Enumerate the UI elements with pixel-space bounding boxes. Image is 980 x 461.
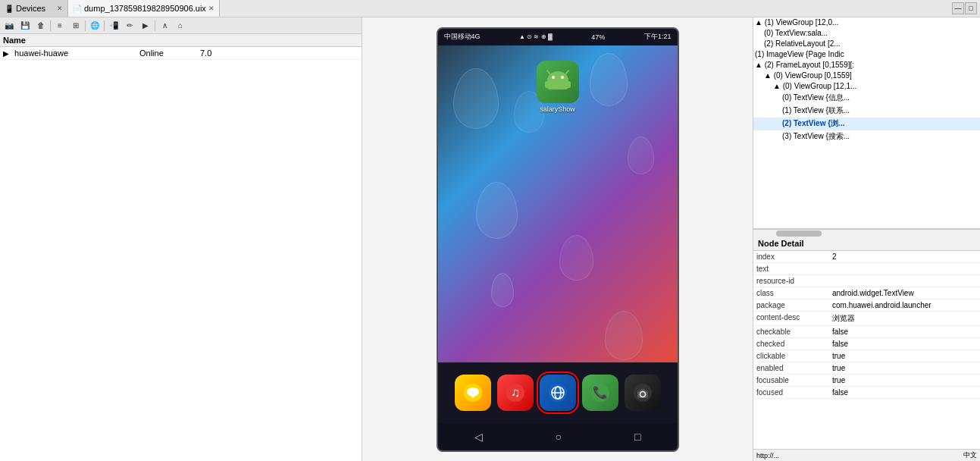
nav-home-button[interactable]: ○ — [556, 431, 562, 443]
tree-item-label: (2) TextView {浏... — [782, 118, 978, 129]
device-row[interactable]: ▶ huawei-huawe Online 7.0 — [0, 47, 362, 60]
dock-messages-icon[interactable] — [455, 375, 491, 411]
devices-toolbar: 📷 💾 🗑 ≡ ⊞ 🌐 📲 ✏ ▶ ∧ ⌂ — [0, 17, 362, 34]
node-detail-key: enabled — [753, 362, 829, 374]
toolbar-btn-9[interactable]: ▶ — [138, 19, 153, 33]
devices-tab[interactable]: 📱 Devices ✕ — [0, 0, 68, 17]
nav-back-button[interactable]: ◁ — [474, 431, 483, 443]
toolbar-btn-2[interactable]: 💾 — [17, 19, 33, 33]
tree-item-label: ▲ (2) FrameLayout [0,1559][: — [755, 61, 978, 69]
dock-music-icon[interactable]: ♫ — [497, 375, 534, 411]
node-detail-title: Node Detail — [753, 237, 980, 251]
node-detail-rows: index 2 text resource-id class android.w… — [753, 251, 980, 399]
toolbar-btn-1[interactable]: 📷 — [2, 19, 17, 33]
tree-item[interactable]: (2) RelativeLayout [2... — [753, 39, 980, 49]
tree-item[interactable]: ▲ (0) ViewGroup [0,1559] — [753, 71, 980, 81]
toolbar-btn-4[interactable]: ≡ — [52, 19, 67, 33]
node-detail-key: index — [753, 251, 829, 262]
center-panel: 中国移动4G ▲ ⊙ ≋ ⊕ ▓ 47% 下午1:21 — [362, 17, 753, 461]
tree-container: ▲ (1) ViewGroup [12,0... (0) TextView:sa… — [753, 17, 980, 143]
toolbar-btn-3[interactable]: 🗑 — [33, 19, 49, 33]
tree-item[interactable]: ▲ (2) FrameLayout [0,1559][: — [753, 60, 980, 71]
tree-item[interactable]: ▲ (1) ViewGroup [12,0... — [753, 17, 980, 28]
node-detail-row: focusable true — [753, 375, 980, 387]
tree-panel: ▲ (1) ViewGroup [12,0... (0) TextView:sa… — [753, 17, 980, 229]
dock-camera-icon[interactable] — [625, 375, 661, 411]
phone-wallpaper: salaryShow — [438, 45, 678, 362]
node-detail-key: text — [753, 263, 829, 274]
tree-item-label: (3) TextView {搜索... — [782, 131, 978, 142]
node-detail-key: resource-id — [753, 275, 829, 287]
node-detail-row: checkable false — [753, 326, 980, 338]
dump-tab-close[interactable]: ✕ — [208, 5, 214, 12]
dump-tab[interactable]: 📄 dump_137859819828950906.uix ✕ — [68, 0, 220, 17]
svg-rect-7 — [567, 81, 571, 88]
toolbar-btn-8[interactable]: ✏ — [122, 19, 137, 33]
toolbar-btn-5[interactable]: ⊞ — [68, 19, 83, 33]
tree-scroll-area[interactable]: ▲ (1) ViewGroup [12,0... (0) TextView:sa… — [753, 17, 980, 228]
tree-item-label: ▲ (0) ViewGroup [0,1559] — [764, 71, 978, 80]
device-version: 7.0 — [200, 49, 246, 58]
phone-nav-bar: ◁ ○ □ — [438, 423, 678, 450]
tree-item[interactable]: (0) TextView {信息... — [753, 92, 980, 105]
node-detail-key: checkable — [753, 326, 829, 337]
toolbar-btn-6[interactable]: 🌐 — [87, 19, 102, 33]
node-detail-row: resource-id — [753, 275, 980, 287]
status-locale: 中文 — [963, 450, 977, 460]
tree-item-label: (0) TextView:sala... — [764, 29, 978, 37]
svg-rect-5 — [547, 80, 568, 89]
phone-time: 下午1:21 — [644, 32, 672, 42]
tree-item[interactable]: (0) TextView:sala... — [753, 28, 980, 39]
dock-phone-icon[interactable]: 📞 — [582, 375, 618, 411]
node-detail-key: focusable — [753, 375, 829, 386]
toolbar-separator-2 — [85, 20, 86, 31]
node-detail-key: checked — [753, 338, 829, 350]
tree-item[interactable]: (1) TextView {联系... — [753, 105, 980, 118]
node-detail-value — [829, 263, 980, 274]
right-panel: ▲ (1) ViewGroup [12,0... (0) TextView:sa… — [753, 17, 980, 461]
toolbar-separator-4 — [155, 20, 155, 31]
node-detail-row: text — [753, 263, 980, 275]
node-detail-value: true — [829, 362, 980, 374]
toolbar-btn-11[interactable]: ⌂ — [173, 19, 188, 33]
svg-text:♫: ♫ — [511, 386, 520, 399]
tree-item[interactable]: (3) TextView {搜索... — [753, 130, 980, 143]
maximize-button[interactable]: □ — [965, 2, 977, 14]
device-expand-icon: ▶ — [3, 49, 9, 58]
nav-recents-button[interactable]: □ — [634, 431, 640, 443]
main-area: 📷 💾 🗑 ≡ ⊞ 🌐 📲 ✏ ▶ ∧ ⌂ Name ▶ huawei — [0, 17, 980, 461]
devices-tab-close[interactable]: ✕ — [57, 5, 63, 12]
toolbar-separator-1 — [50, 20, 51, 31]
salary-show-icon-image — [537, 61, 579, 103]
node-detail-key: clickable — [753, 350, 829, 362]
tree-h-scroll-thumb[interactable] — [776, 230, 822, 237]
node-detail-value: com.huawei.android.launcher — [829, 299, 980, 311]
toolbar-btn-7[interactable]: 📲 — [106, 19, 121, 33]
device-status: Online — [139, 49, 200, 58]
right-status-bar: http://... 中文 — [753, 449, 980, 461]
node-detail-key: package — [753, 299, 829, 311]
svg-rect-6 — [545, 81, 549, 88]
toolbar-btn-10[interactable]: ∧ — [157, 19, 172, 33]
node-detail-value — [829, 275, 980, 287]
tree-item-label: ▲ (0) ViewGroup [12,1... — [773, 82, 978, 90]
tree-item-label: (2) RelativeLayout [2... — [764, 39, 978, 48]
dock-browser-icon[interactable] — [540, 375, 576, 411]
toolbar-separator-3 — [104, 20, 105, 31]
tree-item-label: (1) ImageView {Page Indic — [755, 50, 978, 58]
window-controls: — □ — [949, 0, 980, 17]
svg-point-1 — [552, 76, 555, 79]
tree-item[interactable]: ▲ (0) ViewGroup [12,1... — [753, 81, 980, 92]
phone-device: 中国移动4G ▲ ⊙ ≋ ⊕ ▓ 47% 下午1:21 — [437, 27, 679, 452]
minimize-button[interactable]: — — [952, 2, 964, 14]
node-detail-row: class android.widget.TextView — [753, 287, 980, 299]
tree-item[interactable]: (1) ImageView {Page Indic — [753, 49, 980, 60]
node-detail-row: content-desc 浏览器 — [753, 312, 980, 326]
android-robot-icon — [543, 67, 573, 97]
phone-dock: ♫ 📞 — [438, 362, 678, 423]
svg-text:📞: 📞 — [593, 385, 608, 400]
tree-horizontal-scrollbar[interactable] — [753, 229, 980, 237]
tree-item[interactable]: (2) TextView {浏... — [753, 118, 980, 130]
salary-show-app-icon[interactable]: salaryShow — [537, 61, 579, 113]
phone-carrier: 中国移动4G — [444, 32, 481, 42]
